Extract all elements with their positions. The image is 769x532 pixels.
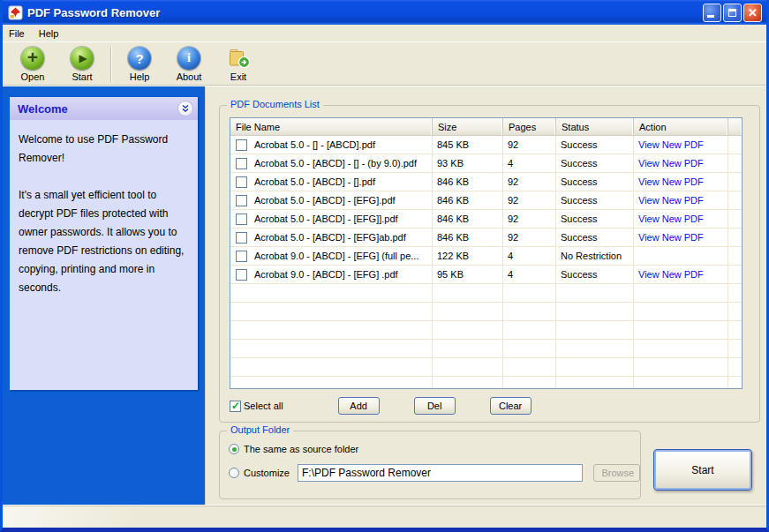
file-name-cell: Acrobat 5.0 - [ABCD] - [EFG].pdf [254, 195, 396, 206]
column-header-filler [728, 118, 742, 135]
empty-table-row [230, 358, 742, 377]
help-button-label: Help [130, 71, 150, 82]
customize-radio[interactable] [229, 468, 239, 478]
collapse-panel-button[interactable] [177, 101, 193, 116]
table-row[interactable]: Acrobat 5.0 - [ABCD] - [EFG]ab.pdf 846 K… [230, 229, 742, 247]
view-new-pdf-link[interactable]: View New PDF [638, 195, 704, 206]
row-checkbox[interactable] [236, 139, 247, 151]
app-pdf-icon [8, 5, 23, 20]
view-new-pdf-link[interactable]: View New PDF [638, 214, 704, 224]
welcome-panel: Welcome Welcome to use PDF Password Remo… [10, 97, 198, 390]
maximize-icon [728, 9, 736, 17]
app-window: PDF Password Remover ✕ File Help + Open … [0, 0, 769, 532]
column-header-action[interactable]: Action [634, 118, 728, 135]
pages-cell: 4 [503, 247, 556, 266]
pages-cell: 92 [503, 136, 556, 154]
table-row[interactable]: Acrobat 5.0 - [ABCD] - [EFG]].pdf 846 KB… [230, 210, 742, 229]
row-checkbox[interactable] [236, 195, 247, 206]
output-folder-group-label: Output Folder [227, 424, 293, 435]
maximize-button[interactable] [723, 4, 742, 22]
title-bar[interactable]: PDF Password Remover ✕ [3, 0, 766, 25]
exit-button[interactable]: Exit [214, 45, 263, 82]
filler-cell [728, 229, 742, 247]
empty-table-row [230, 284, 742, 303]
filler-cell [728, 154, 742, 173]
size-cell: 846 KB [433, 210, 503, 229]
table-row[interactable]: Acrobat 5.0 - [] - [ABCD].pdf 845 KB 92 … [230, 136, 742, 154]
start-button-label: Start [72, 71, 92, 82]
filler-cell [728, 266, 742, 284]
info-circle-icon: i [177, 47, 200, 70]
view-new-pdf-link[interactable]: View New PDF [638, 158, 704, 169]
exit-button-label: Exit [230, 71, 246, 82]
help-button[interactable]: ? Help [115, 45, 164, 82]
output-folder-group: Output Folder The same as source folder … [219, 431, 641, 499]
open-button[interactable]: + Open [8, 45, 57, 82]
toolbar: + Open ▶ Start ? Help i About E [3, 41, 766, 86]
table-row[interactable]: Acrobat 5.0 - [ABCD] - [] - (by 9.0).pdf… [230, 154, 742, 173]
menu-bar: File Help [3, 25, 766, 41]
window-title: PDF Password Remover [27, 6, 703, 19]
status-cell: No Restriction [556, 247, 634, 266]
status-cell: Success [556, 191, 634, 210]
size-cell: 846 KB [433, 173, 503, 191]
file-name-cell: Acrobat 5.0 - [ABCD] - [EFG]].pdf [254, 214, 398, 224]
size-cell: 846 KB [433, 229, 503, 247]
start-toolbar-button[interactable]: ▶ Start [57, 45, 107, 82]
row-checkbox[interactable] [236, 158, 247, 169]
close-button[interactable]: ✕ [743, 4, 762, 22]
same-as-source-radio[interactable] [229, 444, 239, 454]
column-header-size[interactable]: Size [433, 118, 503, 135]
add-button[interactable]: Add [338, 397, 380, 415]
start-button[interactable]: Start [653, 449, 752, 491]
row-checkbox[interactable] [236, 176, 247, 188]
clear-button[interactable]: Clear [490, 397, 532, 415]
documents-group-label: PDF Documents List [227, 99, 323, 109]
table-row[interactable]: Acrobat 5.0 - [ABCD] - [].pdf 846 KB 92 … [230, 173, 742, 191]
column-header-pages[interactable]: Pages [503, 118, 556, 135]
welcome-paragraph-1: Welcome to use PDF Password Remover! [19, 131, 190, 168]
view-new-pdf-link[interactable]: View New PDF [638, 269, 704, 280]
file-name-cell: Acrobat 5.0 - [ABCD] - [].pdf [254, 176, 375, 187]
row-checkbox[interactable] [236, 232, 247, 244]
table-row[interactable]: Acrobat 9.0 - [ABCD] - [EFG] (full pe...… [230, 247, 742, 266]
output-path-input[interactable] [298, 464, 584, 482]
browse-button[interactable]: Browse [593, 464, 640, 482]
table-row[interactable]: Acrobat 5.0 - [ABCD] - [EFG].pdf 846 KB … [230, 191, 742, 210]
same-as-source-label: The same as source folder [244, 444, 358, 454]
welcome-paragraph-2: It's a small yet efficient tool to decry… [19, 186, 190, 297]
about-button[interactable]: i About [164, 45, 214, 82]
view-new-pdf-link[interactable]: View New PDF [638, 139, 704, 150]
exit-folder-icon [227, 47, 250, 70]
view-new-pdf-link[interactable]: View New PDF [638, 176, 704, 187]
status-cell: Success [556, 210, 634, 229]
row-checkbox[interactable] [236, 251, 247, 262]
pages-cell: 92 [503, 229, 556, 247]
file-name-cell: Acrobat 9.0 - [ABCD] - [EFG] (full pe... [254, 251, 418, 261]
size-cell: 122 KB [433, 247, 503, 266]
empty-table-row [230, 340, 742, 358]
row-checkbox[interactable] [236, 269, 247, 281]
filler-cell [728, 191, 742, 210]
minimize-button[interactable] [703, 4, 721, 22]
table-row[interactable]: Acrobat 9.0 - [ABCD] - [EFG] .pdf 95 KB … [230, 266, 742, 284]
customize-label: Customize [244, 468, 290, 478]
status-cell: Success [556, 136, 634, 154]
status-cell: Success [556, 266, 634, 284]
del-button[interactable]: Del [414, 397, 456, 415]
menu-item-file[interactable]: File [9, 28, 25, 39]
row-checkbox[interactable] [236, 214, 247, 225]
select-all-label: Select all [244, 401, 283, 411]
view-new-pdf-link[interactable]: View New PDF [638, 232, 704, 243]
column-header-status[interactable]: Status [556, 118, 634, 135]
pages-cell: 92 [503, 210, 556, 229]
status-cell: Success [556, 173, 634, 191]
table-header: File Name Size Pages Status Action [230, 118, 742, 136]
column-header-file-name[interactable]: File Name [230, 118, 433, 135]
sidebar: Welcome Welcome to use PDF Password Remo… [3, 86, 205, 505]
menu-item-help[interactable]: Help [39, 28, 59, 39]
select-all-checkbox[interactable] [230, 401, 241, 412]
file-name-cell: Acrobat 5.0 - [ABCD] - [] - (by 9.0).pdf [254, 158, 417, 169]
filler-cell [728, 247, 742, 266]
file-name-cell: Acrobat 5.0 - [] - [ABCD].pdf [254, 139, 375, 150]
